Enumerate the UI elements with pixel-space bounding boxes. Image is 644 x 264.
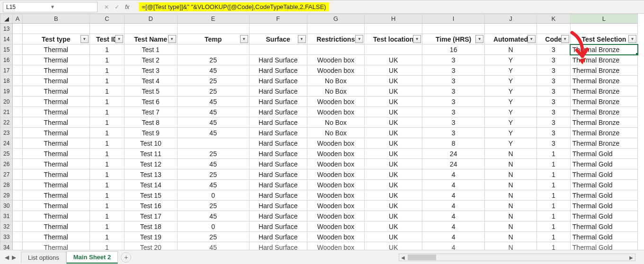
- cell[interactable]: Thermal: [22, 242, 89, 251]
- cell[interactable]: 1: [537, 149, 570, 159]
- cell[interactable]: 3: [537, 117, 570, 128]
- cell[interactable]: UK: [365, 138, 422, 149]
- tab-first-icon[interactable]: ◀: [5, 254, 9, 261]
- cell[interactable]: 3: [422, 107, 485, 117]
- cell[interactable]: Wooden box: [307, 190, 365, 201]
- cell[interactable]: 3: [422, 128, 485, 138]
- cell[interactable]: 4: [422, 190, 485, 201]
- cell[interactable]: 3: [537, 97, 570, 107]
- cell[interactable]: Wooden box: [307, 97, 365, 107]
- cell[interactable]: Thermal Gold: [570, 159, 637, 169]
- cell[interactable]: Hard Surface: [249, 117, 307, 128]
- cell[interactable]: UK: [365, 169, 422, 180]
- col-D[interactable]: D: [124, 14, 177, 24]
- col-B[interactable]: B: [22, 14, 89, 24]
- row-header[interactable]: 15: [0, 44, 13, 55]
- cell[interactable]: Hard Surface: [249, 242, 307, 251]
- cell[interactable]: 3: [537, 44, 570, 55]
- cell[interactable]: Test 14: [124, 180, 177, 190]
- cell[interactable]: Test 17: [124, 211, 177, 221]
- col-F[interactable]: F: [249, 14, 307, 24]
- cell[interactable]: 1: [89, 117, 124, 128]
- cell[interactable]: [177, 138, 249, 149]
- cell[interactable]: [177, 44, 249, 55]
- cell[interactable]: [13, 86, 22, 97]
- cell[interactable]: UK: [365, 180, 422, 190]
- table-header-L[interactable]: Test Selection▼: [570, 34, 637, 44]
- col-C[interactable]: C: [89, 14, 124, 24]
- cell[interactable]: Thermal Bronze: [570, 86, 637, 97]
- cell[interactable]: 25: [177, 169, 249, 180]
- cell[interactable]: [307, 44, 365, 55]
- cell[interactable]: 1: [537, 169, 570, 180]
- row-header[interactable]: 28: [0, 180, 13, 190]
- cell[interactable]: Test 1: [124, 44, 177, 55]
- cell[interactable]: 3: [537, 55, 570, 65]
- cell[interactable]: 4: [422, 180, 485, 190]
- cell[interactable]: Hard Surface: [249, 138, 307, 149]
- row-header[interactable]: 17: [0, 65, 13, 76]
- cell[interactable]: Thermal Gold: [570, 232, 637, 242]
- cell[interactable]: 1: [89, 138, 124, 149]
- cell[interactable]: [13, 65, 22, 76]
- cell[interactable]: 1: [89, 201, 124, 211]
- cell[interactable]: Y: [485, 65, 537, 76]
- row-header[interactable]: 16: [0, 55, 13, 65]
- cell[interactable]: Thermal Bronze: [570, 117, 637, 128]
- cell[interactable]: Thermal Gold: [570, 242, 637, 251]
- cell[interactable]: Wooden box: [307, 201, 365, 211]
- worksheet-area[interactable]: ◢ A B C D E F G H I J K L 1314Test type▼…: [0, 14, 644, 250]
- cancel-icon[interactable]: ✕: [104, 4, 109, 10]
- cell[interactable]: Wooden box: [307, 149, 365, 159]
- cell[interactable]: Y: [485, 76, 537, 86]
- cell[interactable]: Hard Surface: [249, 201, 307, 211]
- cell[interactable]: Hard Surface: [249, 65, 307, 76]
- cell[interactable]: Thermal: [22, 97, 89, 107]
- row-header[interactable]: 33: [0, 232, 13, 242]
- cell[interactable]: [124, 24, 177, 34]
- scroll-track[interactable]: [407, 255, 627, 260]
- cell[interactable]: Thermal Gold: [570, 149, 637, 159]
- cell[interactable]: [13, 44, 22, 55]
- cell[interactable]: 1: [537, 232, 570, 242]
- cell[interactable]: Thermal: [22, 44, 89, 55]
- cell[interactable]: 25: [177, 55, 249, 65]
- cell[interactable]: N: [485, 211, 537, 221]
- cell[interactable]: [537, 24, 570, 34]
- cell[interactable]: Thermal: [22, 65, 89, 76]
- cell[interactable]: Hard Surface: [249, 180, 307, 190]
- cell[interactable]: Y: [485, 86, 537, 97]
- cell[interactable]: [13, 169, 22, 180]
- cell[interactable]: 3: [422, 55, 485, 65]
- cell[interactable]: 45: [177, 242, 249, 251]
- filter-dropdown-icon[interactable]: ▼: [628, 35, 636, 43]
- horizontal-scrollbar[interactable]: ◀ ▶: [399, 254, 635, 261]
- filter-dropdown-icon[interactable]: ▼: [561, 35, 569, 43]
- cell[interactable]: 25: [177, 86, 249, 97]
- cell[interactable]: Hard Surface: [249, 159, 307, 169]
- cell[interactable]: Test 15: [124, 190, 177, 201]
- cell[interactable]: Thermal Gold: [570, 201, 637, 211]
- table-header-K[interactable]: Code▼: [537, 34, 570, 44]
- cell[interactable]: 3: [422, 117, 485, 128]
- cell[interactable]: UK: [365, 86, 422, 97]
- filter-dropdown-icon[interactable]: ▼: [298, 35, 306, 43]
- cell[interactable]: 1: [89, 159, 124, 169]
- cell[interactable]: Thermal Bronze: [570, 138, 637, 149]
- col-H[interactable]: H: [365, 14, 422, 24]
- cell[interactable]: [13, 242, 22, 251]
- row-header[interactable]: 14: [0, 34, 13, 44]
- cell[interactable]: Hard Surface: [249, 76, 307, 86]
- cell[interactable]: [249, 44, 307, 55]
- cell[interactable]: 1: [537, 180, 570, 190]
- cell[interactable]: Test 9: [124, 128, 177, 138]
- cell[interactable]: 4: [422, 211, 485, 221]
- tab-main-sheet-2[interactable]: Main Sheet 2: [66, 251, 118, 264]
- cell[interactable]: Thermal: [22, 201, 89, 211]
- cell[interactable]: 45: [177, 65, 249, 76]
- cell[interactable]: 1: [89, 86, 124, 97]
- cell[interactable]: Thermal: [22, 76, 89, 86]
- cell[interactable]: Test 12: [124, 159, 177, 169]
- cell[interactable]: UK: [365, 107, 422, 117]
- cell[interactable]: Wooden box: [307, 65, 365, 76]
